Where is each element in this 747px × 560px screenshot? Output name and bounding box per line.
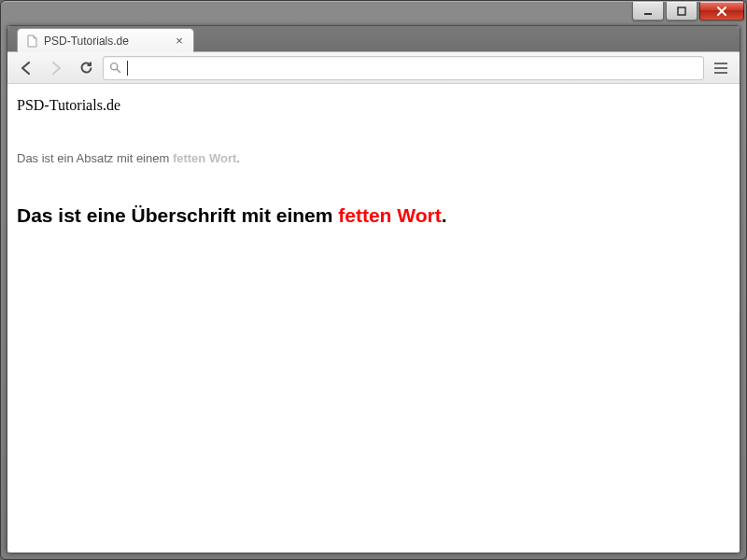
paragraph-bold: fetten Wort bbox=[173, 151, 236, 165]
heading-before: Das ist eine Überschrift mit einem bbox=[17, 204, 338, 226]
minimize-button[interactable] bbox=[632, 2, 664, 21]
url-input[interactable] bbox=[134, 61, 698, 75]
reload-button[interactable] bbox=[73, 56, 99, 80]
paragraph: Das ist ein Absatz mit einem fetten Wort… bbox=[17, 151, 730, 165]
back-button[interactable] bbox=[13, 56, 39, 80]
window-titlebar[interactable] bbox=[1, 1, 746, 25]
browser-chrome: PSD-Tutorials.de × bbox=[7, 25, 740, 553]
text-caret bbox=[127, 61, 128, 76]
maximize-button[interactable] bbox=[666, 2, 698, 21]
browser-tab[interactable]: PSD-Tutorials.de × bbox=[17, 28, 194, 52]
tab-title: PSD-Tutorials.de bbox=[44, 35, 167, 48]
heading: Das ist eine Überschrift mit einem fette… bbox=[17, 204, 730, 227]
forward-button[interactable] bbox=[43, 56, 69, 80]
page-title: PSD-Tutorials.de bbox=[17, 97, 730, 114]
caption-buttons bbox=[632, 2, 744, 21]
svg-rect-4 bbox=[714, 63, 727, 64]
close-button[interactable] bbox=[699, 2, 744, 21]
address-bar[interactable] bbox=[103, 56, 704, 80]
heading-bold: fetten Wort bbox=[338, 204, 441, 226]
svg-rect-6 bbox=[714, 72, 727, 74]
tab-close-icon[interactable]: × bbox=[173, 35, 186, 48]
window-frame: PSD-Tutorials.de × bbox=[0, 0, 747, 560]
paragraph-after: . bbox=[236, 151, 240, 165]
svg-rect-5 bbox=[714, 67, 727, 69]
search-icon bbox=[109, 62, 121, 74]
svg-rect-1 bbox=[678, 7, 685, 15]
menu-button[interactable] bbox=[708, 56, 734, 80]
toolbar bbox=[7, 52, 740, 84]
tab-strip: PSD-Tutorials.de × bbox=[7, 26, 740, 52]
page-viewport[interactable]: PSD-Tutorials.de Das ist ein Absatz mit … bbox=[7, 84, 740, 553]
svg-rect-0 bbox=[644, 13, 652, 15]
svg-line-3 bbox=[117, 69, 120, 72]
page-content: PSD-Tutorials.de Das ist ein Absatz mit … bbox=[7, 84, 740, 240]
heading-after: . bbox=[442, 204, 447, 226]
file-icon bbox=[25, 35, 38, 48]
paragraph-before: Das ist ein Absatz mit einem bbox=[17, 151, 173, 165]
